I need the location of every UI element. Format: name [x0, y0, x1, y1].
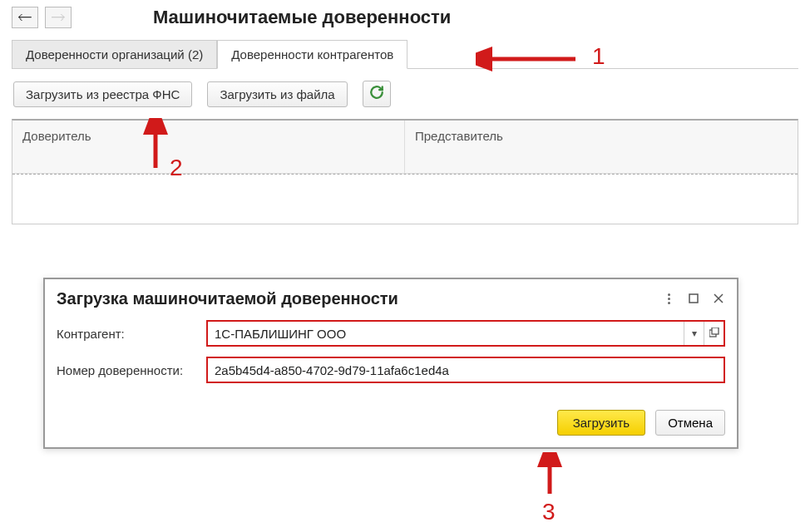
counterparty-input[interactable] [208, 323, 684, 344]
load-poa-dialog: Загрузка машиночитаемой доверенности Кон… [43, 278, 738, 449]
annotation-number-1: 1 [592, 43, 605, 70]
nav-forward-button[interactable]: 🡒 [45, 7, 72, 28]
counterparty-label: Контрагент: [57, 327, 206, 341]
dialog-close-button[interactable] [712, 293, 725, 306]
poa-number-input[interactable] [208, 360, 724, 381]
column-header-grantor[interactable]: Доверитель [12, 121, 405, 173]
table-body[interactable] [12, 174, 798, 224]
annotation-number-3: 3 [542, 499, 556, 525]
chevron-down-icon: ▾ [692, 328, 697, 339]
arrow-left-icon: 🡐 [17, 9, 32, 27]
counterparty-dropdown-button[interactable]: ▾ [684, 322, 704, 345]
tab-org-poa[interactable]: Доверенности организаций (2) [12, 40, 217, 69]
refresh-icon [369, 85, 384, 104]
refresh-button[interactable] [363, 81, 391, 107]
close-icon [714, 293, 724, 306]
svg-rect-0 [689, 294, 698, 303]
cancel-button[interactable]: Отмена [655, 410, 725, 436]
load-from-file-button[interactable]: Загрузить из файла [207, 81, 347, 107]
svg-rect-4 [712, 328, 719, 334]
dialog-menu-button[interactable] [662, 293, 675, 306]
open-external-icon [709, 328, 719, 340]
column-header-representative[interactable]: Представитель [405, 121, 798, 173]
load-button[interactable]: Загрузить [557, 410, 646, 436]
poa-number-field-wrap [206, 357, 725, 383]
load-from-fns-registry-button[interactable]: Загрузить из реестра ФНС [13, 81, 192, 107]
maximize-icon [689, 293, 699, 306]
counterparty-field-wrap: ▾ [206, 320, 725, 347]
poa-number-label: Номер доверенности: [57, 363, 206, 377]
page-title: Машиночитаемые доверенности [153, 7, 451, 28]
dialog-maximize-button[interactable] [687, 293, 700, 306]
annotation-arrow-2 [143, 118, 168, 176]
nav-back-button[interactable]: 🡐 [12, 7, 38, 28]
annotation-arrow-3 [537, 452, 562, 502]
vertical-dots-icon [668, 293, 670, 304]
dialog-title: Загрузка машиночитаемой доверенности [57, 289, 662, 308]
arrow-right-icon: 🡒 [51, 9, 66, 27]
counterparty-open-button[interactable] [704, 322, 724, 345]
poa-table: Доверитель Представитель [12, 119, 798, 224]
annotation-number-2: 2 [170, 155, 183, 181]
tab-counterparty-poa[interactable]: Доверенности контрагентов [217, 40, 407, 69]
annotation-arrow-1 [476, 47, 584, 71]
